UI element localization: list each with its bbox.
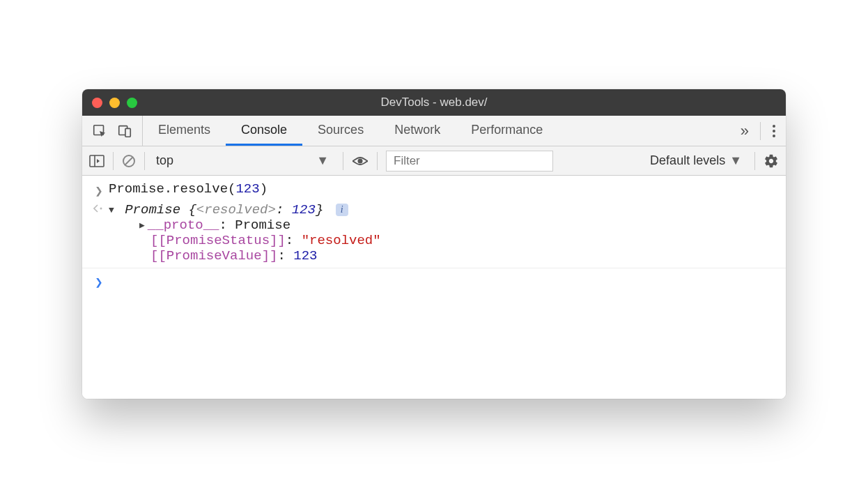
divider (144, 152, 145, 170)
internal-key: [[PromiseStatus]] (150, 233, 286, 248)
summary-state: <resolved> (196, 202, 276, 218)
divider (343, 152, 343, 170)
tabbar-right: » (735, 116, 782, 146)
svg-point-5 (773, 135, 775, 137)
filter-input[interactable] (386, 151, 553, 171)
svg-point-11 (100, 208, 102, 210)
divider (760, 122, 761, 140)
code-text: Promise.resolve( (109, 181, 235, 197)
colon: : (277, 248, 293, 264)
summary-value: 123 (292, 202, 316, 218)
svg-point-4 (773, 130, 775, 132)
settings-gear-icon[interactable] (764, 153, 779, 169)
value-value: 123 (293, 248, 317, 264)
code-text: ) (260, 181, 268, 197)
tab-network[interactable]: Network (379, 116, 456, 146)
expand-arrow-icon[interactable]: ▶ (139, 220, 145, 231)
console-output-row: ▼ Promise {<resolved>: 123} i ▶__proto__… (82, 201, 786, 268)
tab-console[interactable]: Console (226, 116, 302, 146)
output-content: ▼ Promise {<resolved>: 123} i ▶__proto__… (109, 202, 779, 264)
prompt-chevron-icon: ❯ (89, 273, 109, 291)
proto-key: __proto__ (148, 218, 219, 233)
console-toolbar: top ▼ Default levels ▼ (82, 146, 786, 176)
devtools-tabbar: Elements Console Sources Network Perform… (82, 116, 786, 146)
tab-elements[interactable]: Elements (143, 116, 226, 146)
minimize-button[interactable] (109, 98, 120, 108)
chevron-down-icon: ▼ (729, 153, 742, 168)
live-expression-icon[interactable] (352, 155, 369, 167)
tab-sources[interactable]: Sources (302, 116, 379, 146)
promise-value-line: [[PromiseValue]]: 123 (139, 248, 779, 264)
console-body: ❯ Promise.resolve(123) ▼ Promise {<resol… (82, 176, 786, 399)
context-selector[interactable]: top ▼ (153, 150, 334, 172)
tab-performance[interactable]: Performance (456, 116, 558, 146)
divider (754, 152, 755, 170)
output-arrow-icon (89, 202, 109, 213)
info-icon[interactable]: i (336, 204, 348, 216)
log-levels-selector[interactable]: Default levels ▼ (646, 153, 746, 168)
summary-class: Promise { (125, 202, 196, 218)
console-prompt-row[interactable]: ❯ (82, 271, 786, 292)
svg-line-9 (125, 157, 133, 165)
expand-arrow-icon[interactable]: ▼ (109, 205, 114, 215)
input-code: Promise.resolve(123) (109, 181, 779, 197)
svg-point-3 (773, 125, 775, 128)
titlebar: DevTools - web.dev/ (82, 89, 786, 116)
svg-rect-2 (125, 128, 130, 137)
proto-line[interactable]: ▶__proto__: Promise (139, 218, 779, 233)
status-value: "resolved" (302, 233, 381, 248)
promise-status-line: [[PromiseStatus]]: "resolved" (139, 233, 779, 248)
divider (377, 152, 378, 170)
window-title: DevTools - web.dev/ (82, 96, 786, 109)
clear-console-icon[interactable] (122, 154, 136, 168)
inspect-element-icon[interactable] (92, 123, 107, 139)
divider (113, 152, 114, 170)
maximize-button[interactable] (127, 98, 137, 108)
sidebar-toggle-icon[interactable] (89, 155, 104, 167)
more-tabs-icon[interactable]: » (741, 122, 749, 140)
levels-label: Default levels (650, 153, 725, 168)
traffic-lights (92, 98, 137, 108)
object-summary-line[interactable]: ▼ Promise {<resolved>: 123} i (109, 202, 779, 218)
tabs: Elements Console Sources Network Perform… (143, 116, 735, 146)
close-button[interactable] (92, 98, 102, 108)
devtools-window: DevTools - web.dev/ Elements Console Sou… (82, 89, 786, 399)
summary-suffix: } (316, 202, 323, 218)
context-label: top (156, 153, 173, 168)
input-chevron-icon: ❯ (89, 181, 109, 199)
internal-key: [[PromiseValue]] (150, 248, 277, 264)
colon: : (286, 233, 302, 248)
summary-sep: : (276, 202, 292, 218)
console-input-row: ❯ Promise.resolve(123) (82, 180, 786, 201)
chevron-down-icon: ▼ (316, 153, 329, 168)
kebab-menu-icon[interactable] (772, 123, 776, 139)
colon: : (219, 218, 235, 233)
proto-value: Promise (235, 218, 290, 233)
toggle-device-icon[interactable] (117, 123, 132, 139)
tabbar-left (86, 116, 143, 146)
svg-point-10 (358, 158, 363, 163)
code-number: 123 (235, 181, 259, 197)
object-children: ▶__proto__: Promise [[PromiseStatus]]: "… (109, 218, 779, 264)
